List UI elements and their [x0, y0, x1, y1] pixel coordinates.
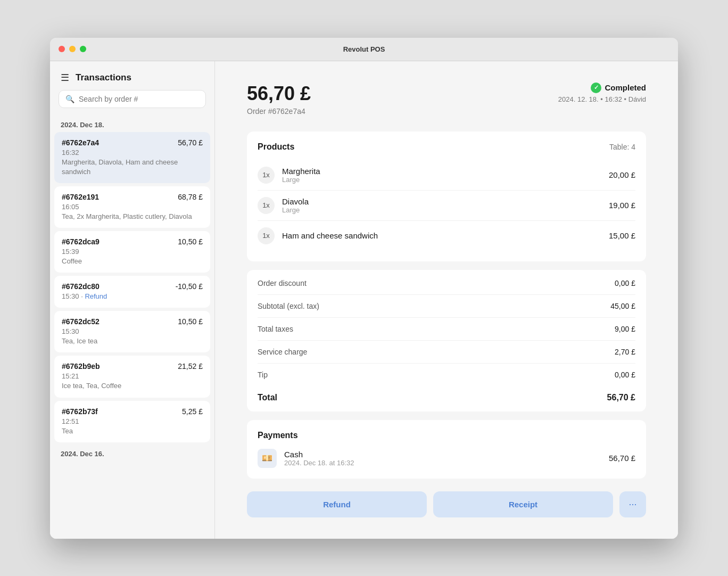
- transaction-item[interactable]: #6762dc80 -10,50 £ 15:30 · Refund: [54, 276, 210, 308]
- product-info: Ham and cheese sandwich: [282, 231, 609, 240]
- products-title: Products: [258, 142, 294, 152]
- transaction-id: #6762dca9: [62, 237, 100, 246]
- summary-label: Subtotal (excl. tax): [258, 302, 319, 310]
- summary-label: Order discount: [258, 279, 307, 287]
- payments-title: Payments: [258, 431, 635, 440]
- order-number: Order #6762e7a4: [247, 107, 311, 116]
- total-label: Total: [258, 393, 277, 402]
- transaction-amount: 21,52 £: [178, 362, 203, 371]
- transaction-time: 12:51: [62, 417, 203, 425]
- search-box: 🔍: [59, 90, 206, 108]
- transaction-row1: #6762dca9 10,50 £: [62, 237, 203, 246]
- search-icon: 🔍: [65, 95, 75, 103]
- qty-badge: 1x: [258, 227, 275, 244]
- search-input[interactable]: [79, 95, 199, 103]
- transaction-id: #6762dc80: [62, 282, 100, 291]
- payment-info: Cash 2024. Dec 18. at 16:32: [284, 450, 601, 467]
- product-price: 19,00 £: [609, 201, 635, 210]
- transaction-time: 16:32: [62, 149, 203, 157]
- transaction-id: #6762e7a4: [62, 138, 99, 147]
- transaction-id: #6762e191: [62, 193, 99, 201]
- products-header: Products Table: 4: [258, 142, 635, 152]
- maximize-button[interactable]: [80, 46, 86, 52]
- summary-row: Tip 0,00 £: [258, 364, 635, 386]
- qty-badge: 1x: [258, 167, 275, 184]
- transaction-amount: 68,78 £: [178, 193, 203, 201]
- summary-label: Total taxes: [258, 325, 293, 333]
- traffic-lights: [59, 46, 86, 52]
- transaction-item[interactable]: #6762b9eb 21,52 £ 15:21 Ice tea, Tea, Co…: [54, 356, 210, 397]
- transaction-desc: Tea, Ice tea: [62, 336, 203, 346]
- summary-card: Order discount 0,00 £ Subtotal (excl. ta…: [247, 270, 646, 412]
- transaction-row1: #6762dc80 -10,50 £: [62, 282, 203, 291]
- payments-section: Payments 💴 Cash 2024. Dec 18. at 16:32 5…: [247, 420, 646, 479]
- product-price: 20,00 £: [609, 170, 635, 179]
- summary-value: 9,00 £: [615, 325, 635, 333]
- transaction-time: 15:21: [62, 372, 203, 380]
- product-name: Diavola: [282, 197, 609, 206]
- minimize-button[interactable]: [69, 46, 76, 52]
- payment-row: 💴 Cash 2024. Dec 18. at 16:32 56,70 £: [258, 449, 635, 468]
- summary-label: Service charge: [258, 348, 307, 356]
- total-value: 56,70 £: [607, 393, 635, 402]
- transaction-amount: 10,50 £: [178, 237, 203, 246]
- date-header-dec18: 2024. Dec 18.: [54, 117, 210, 132]
- payment-amount: 56,70 £: [609, 454, 635, 463]
- summary-value: 0,00 £: [615, 371, 635, 379]
- order-header: 56,70 £ Order #6762e7a4 ✓ Completed 2024…: [247, 83, 646, 116]
- date-header-dec16: 2024. Dec 16.: [54, 446, 210, 461]
- table-label: Table: 4: [609, 143, 635, 151]
- product-price: 15,00 £: [609, 231, 635, 240]
- qty-badge: 1x: [258, 197, 275, 214]
- order-status-area: ✓ Completed 2024. 12. 18. • 16:32 • Dávi…: [558, 83, 646, 103]
- transaction-row1: #6762e191 68,78 £: [62, 193, 203, 201]
- transaction-time: 15:39: [62, 248, 203, 256]
- status-badge: ✓ Completed: [558, 83, 646, 93]
- product-info: Diavola Large: [282, 197, 609, 214]
- close-button[interactable]: [59, 46, 65, 52]
- refund-button[interactable]: Refund: [247, 491, 427, 517]
- refund-link[interactable]: Refund: [85, 292, 107, 300]
- app-window: Revolut POS ☰ Transactions 🔍 2024. Dec 1…: [50, 38, 678, 539]
- transaction-id: #6762b9eb: [62, 362, 100, 371]
- product-info: Margherita Large: [282, 167, 609, 184]
- order-amount: 56,70 £: [247, 83, 311, 105]
- window-title: Revolut POS: [343, 45, 385, 53]
- transaction-row1: #6762b73f 5,25 £: [62, 407, 203, 416]
- product-row: 1x Margherita Large 20,00 £: [258, 160, 635, 190]
- order-meta: 2024. 12. 18. • 16:32 • Dávid: [558, 95, 646, 103]
- sidebar-header: ☰ Transactions: [50, 61, 214, 90]
- product-name: Ham and cheese sandwich: [282, 231, 609, 240]
- summary-row: Service charge 2,70 £: [258, 341, 635, 364]
- more-button[interactable]: ···: [619, 491, 646, 517]
- transaction-row1: #6762dc52 10,50 £: [62, 317, 203, 326]
- transaction-amount: -10,50 £: [176, 282, 203, 291]
- menu-icon[interactable]: ☰: [61, 72, 69, 84]
- transaction-desc: Tea, 2x Margherita, Plastic cutlery, Dia…: [62, 212, 203, 221]
- transaction-amount: 10,50 £: [178, 317, 203, 326]
- transactions-list: 2024. Dec 18. #6762e7a4 56,70 £ 16:32 Ma…: [50, 117, 214, 539]
- transaction-item[interactable]: #6762dc52 10,50 £ 15:30 Tea, Ice tea: [54, 311, 210, 352]
- transaction-time: 15:30 · Refund: [62, 292, 203, 300]
- transaction-item[interactable]: #6762e7a4 56,70 £ 16:32 Margherita, Diav…: [54, 132, 210, 183]
- product-row: 1x Diavola Large 19,00 £: [258, 190, 635, 220]
- titlebar: Revolut POS: [50, 38, 678, 61]
- product-variant: Large: [282, 206, 609, 214]
- status-label: Completed: [605, 83, 646, 92]
- completed-icon: ✓: [591, 83, 601, 93]
- summary-row: Total taxes 9,00 £: [258, 318, 635, 341]
- receipt-button[interactable]: Receipt: [433, 491, 613, 517]
- cash-icon: 💴: [258, 449, 277, 468]
- transaction-item[interactable]: #6762dca9 10,50 £ 15:39 Coffee: [54, 231, 210, 273]
- transaction-item[interactable]: #6762b73f 5,25 £ 12:51 Tea: [54, 401, 210, 442]
- transaction-id: #6762dc52: [62, 317, 100, 326]
- products-section: Products Table: 4 1x Margherita Large 20…: [247, 131, 646, 261]
- payment-date: 2024. Dec 18. at 16:32: [284, 459, 601, 467]
- transaction-item[interactable]: #6762e191 68,78 £ 16:05 Tea, 2x Margheri…: [54, 186, 210, 228]
- summary-value: 0,00 £: [615, 279, 635, 287]
- sidebar: ☰ Transactions 🔍 2024. Dec 18. #6762e7a4…: [50, 61, 215, 539]
- transaction-id: #6762b73f: [62, 407, 98, 416]
- transaction-row1: #6762e7a4 56,70 £: [62, 138, 203, 147]
- transaction-row1: #6762b9eb 21,52 £: [62, 362, 203, 371]
- search-container: 🔍: [50, 90, 214, 117]
